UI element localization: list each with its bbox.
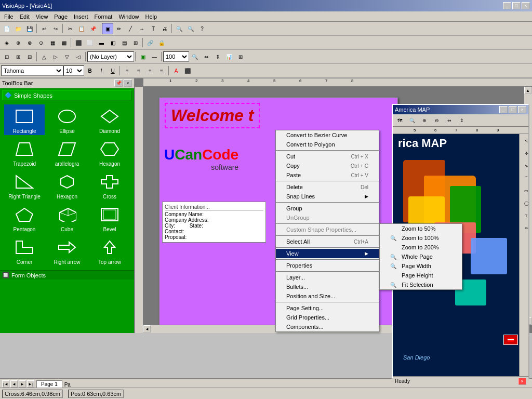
- scroll-up-btn[interactable]: ▲: [524, 87, 531, 94]
- map-tb-6[interactable]: ⇕: [456, 115, 468, 126]
- page-next-btn[interactable]: ►: [19, 380, 26, 388]
- submenu-page-width[interactable]: 🔍 Page Width: [380, 261, 462, 271]
- tb-highlight[interactable]: ⬛: [182, 65, 193, 76]
- ctx-page-setting[interactable]: Page Setting...: [276, 303, 379, 313]
- tb-undo[interactable]: ↩: [38, 23, 50, 34]
- page-first-btn[interactable]: |◄: [2, 380, 9, 388]
- ctx-layer[interactable]: Layer...: [276, 273, 379, 282]
- tb-r2-14[interactable]: 🔒: [156, 37, 167, 48]
- tb-r3-3[interactable]: ⊟: [24, 51, 35, 62]
- tb-r3-2[interactable]: ⊞: [12, 51, 24, 62]
- submenu-zoom-100[interactable]: 🔍 Zoom to 100%: [380, 233, 462, 243]
- toolbox-close[interactable]: ×: [124, 79, 132, 87]
- ctx-convert-polygon[interactable]: Convert to Polygon: [276, 140, 379, 149]
- map-tb-3[interactable]: ⊕: [419, 115, 430, 126]
- map-tool-1[interactable]: ↖: [521, 135, 528, 147]
- menu-view[interactable]: View: [33, 12, 51, 21]
- tb-r3-extra2[interactable]: ⇕: [212, 51, 223, 62]
- tb-r2-1[interactable]: ◈: [1, 37, 12, 48]
- tb-r3-5[interactable]: ▷: [50, 51, 61, 62]
- tb-r2-8[interactable]: ⬜: [84, 37, 96, 48]
- second-maximize[interactable]: □: [509, 106, 517, 113]
- menu-help[interactable]: Help: [142, 12, 161, 21]
- scroll-left-btn[interactable]: ◄: [143, 325, 151, 332]
- shape-parallelogram[interactable]: arallelogra: [47, 137, 87, 168]
- tb-italic[interactable]: I: [96, 65, 107, 76]
- tb-help[interactable]: ?: [196, 23, 208, 34]
- tb-underline[interactable]: U: [107, 65, 118, 76]
- ctx-snap-lines[interactable]: Snap Lines ▶: [276, 192, 379, 201]
- ctx-components[interactable]: Components...: [276, 322, 379, 331]
- tb-open[interactable]: 📁: [12, 23, 24, 34]
- font-select[interactable]: Tahoma: [1, 65, 63, 76]
- page-prev-btn[interactable]: ◄: [10, 380, 18, 388]
- tb-draw[interactable]: ✏: [113, 23, 125, 34]
- map-close-x[interactable]: ×: [518, 378, 526, 385]
- map-tool-3[interactable]: ∿: [521, 160, 528, 171]
- shape-top-arrow[interactable]: Top arrow: [89, 235, 130, 266]
- tb-r3-extra1[interactable]: ⇔: [201, 51, 212, 62]
- map-tb-5[interactable]: ⇔: [444, 115, 455, 126]
- tb-paste[interactable]: 📌: [87, 23, 99, 34]
- shape-cross[interactable]: Cross: [89, 170, 130, 201]
- submenu-fit-selection[interactable]: 🔍 Fit Selection: [380, 280, 462, 289]
- tb-select[interactable]: ▣: [102, 23, 113, 34]
- menu-window[interactable]: Window: [115, 12, 142, 21]
- ctx-cut[interactable]: Cut Ctrl + X: [276, 152, 379, 161]
- ctx-copy[interactable]: Copy Ctrl + C: [276, 161, 379, 170]
- menu-edit[interactable]: Edit: [17, 12, 33, 21]
- tb-r2-12[interactable]: ⊞: [130, 37, 141, 48]
- close-button[interactable]: ×: [522, 2, 530, 9]
- page-last-btn[interactable]: ►|: [27, 380, 34, 388]
- map-tool-6[interactable]: ◯: [521, 197, 528, 209]
- second-close[interactable]: ×: [518, 106, 526, 113]
- tb-bold[interactable]: B: [84, 65, 96, 76]
- tb-arrow[interactable]: →: [136, 23, 148, 34]
- layer-select[interactable]: (No Layer): [87, 51, 134, 62]
- map-tool-2[interactable]: ✛: [521, 148, 528, 159]
- tb-r3-4[interactable]: △: [38, 51, 50, 62]
- tb-text[interactable]: T: [148, 23, 159, 34]
- tb-align-right[interactable]: ≡: [144, 65, 156, 76]
- tb-r2-7[interactable]: ⬛: [73, 37, 84, 48]
- toolbox-section-header[interactable]: 🔷 Simple Shapes: [2, 90, 132, 100]
- tb-r2-9[interactable]: ▬: [96, 37, 107, 48]
- tb-r3-extra3[interactable]: 📊: [223, 51, 235, 62]
- toolbox-pin[interactable]: 📌: [114, 79, 123, 87]
- shape-corner[interactable]: Corner: [4, 235, 45, 266]
- shape-cube[interactable]: Cube: [47, 203, 87, 233]
- menu-insert[interactable]: Insert: [71, 12, 91, 21]
- zoom-select[interactable]: 100: [163, 51, 189, 62]
- submenu-zoom-200[interactable]: Zoom to 200%: [380, 243, 462, 252]
- menu-file[interactable]: File: [1, 12, 17, 21]
- shape-ellipse[interactable]: Ellipse: [47, 104, 87, 135]
- shape-pentagon[interactable]: Pentagon: [4, 203, 45, 233]
- tb-r3-fill[interactable]: ▣: [137, 51, 149, 62]
- map-tb-2[interactable]: 🔍: [406, 115, 418, 126]
- shape-right-triangle[interactable]: Right Triangle: [4, 170, 45, 201]
- toolbox-footer[interactable]: 🔲 Form Objects: [0, 270, 134, 280]
- menu-page[interactable]: Page: [51, 12, 71, 21]
- tb-zoom-in[interactable]: 🔍: [174, 23, 185, 34]
- tb-r2-11[interactable]: ▤: [118, 37, 130, 48]
- submenu-zoom-50[interactable]: Zoom to 50%: [380, 224, 462, 233]
- menu-format[interactable]: Format: [91, 12, 116, 21]
- tb-r3-extra4[interactable]: ⊞: [235, 51, 246, 62]
- tb-copy[interactable]: 📋: [76, 23, 87, 34]
- tb-zoom-out[interactable]: 🔍: [185, 23, 196, 34]
- tb-redo[interactable]: ↪: [50, 23, 61, 34]
- ctx-group[interactable]: Group: [276, 204, 379, 213]
- submenu-whole-page[interactable]: 🔍 Whole Page: [380, 252, 462, 261]
- map-tb-1[interactable]: 🗺: [394, 115, 405, 126]
- minimize-button[interactable]: _: [503, 2, 511, 9]
- ctx-convert-bezier[interactable]: Convert to Bezier Curve: [276, 130, 379, 140]
- tb-save[interactable]: 💾: [24, 23, 35, 34]
- ctx-grid-properties[interactable]: Grid Properties...: [276, 313, 379, 322]
- tb-new[interactable]: 📄: [1, 23, 12, 34]
- tb-align-center[interactable]: ≡: [133, 65, 144, 76]
- tb-r3-7[interactable]: ◁: [73, 51, 84, 62]
- tb-cut[interactable]: ✂: [64, 23, 76, 34]
- ctx-delete[interactable]: Delete Del: [276, 182, 379, 192]
- ctx-properties[interactable]: Properties: [276, 261, 379, 270]
- tb-r3-6[interactable]: ▽: [61, 51, 73, 62]
